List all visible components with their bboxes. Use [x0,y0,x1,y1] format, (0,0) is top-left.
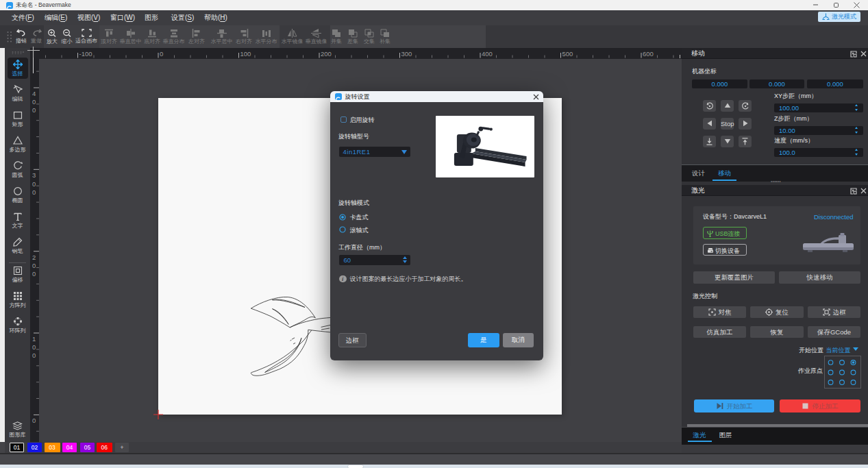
svg-text:0: 0 [32,352,36,359]
svg-text:400: 400 [482,50,493,58]
svg-text:0: 0 [32,98,36,106]
svg-text:200: 200 [321,50,332,58]
svg-text:1: 1 [32,335,36,343]
svg-text:0: 0 [160,50,163,58]
svg-text:0: 0 [32,106,36,114]
svg-text:0: 0 [32,180,36,188]
svg-text:600: 600 [643,50,654,58]
svg-text:0: 0 [32,270,36,278]
svg-text:100: 100 [240,50,251,58]
svg-text:0: 0 [32,262,36,269]
svg-text:3: 3 [32,171,36,179]
svg-text:0: 0 [32,417,36,424]
svg-text:0: 0 [32,343,36,351]
svg-text:2: 2 [32,254,36,261]
svg-text:500: 500 [562,50,573,58]
svg-text:0: 0 [32,188,36,196]
svg-text:-100: -100 [79,50,92,58]
svg-text:300: 300 [401,50,412,58]
svg-text:4: 4 [32,90,36,97]
